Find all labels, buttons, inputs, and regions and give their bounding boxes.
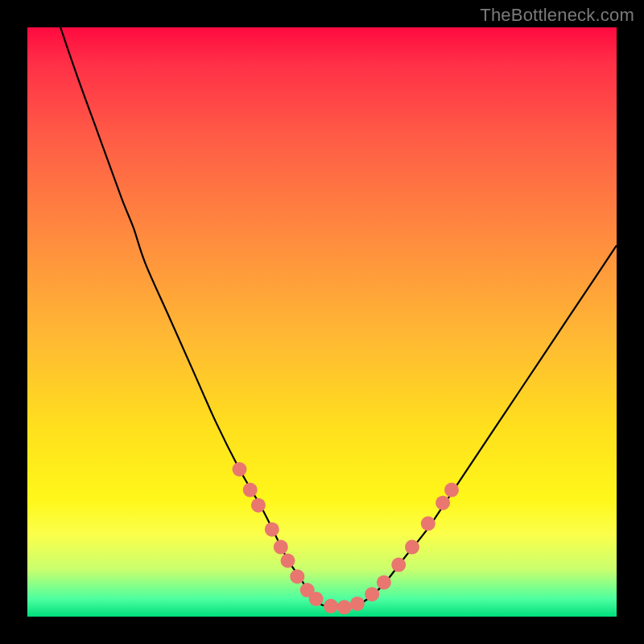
- marker-dot: [365, 587, 379, 601]
- marker-dot: [281, 554, 295, 568]
- marker-dot: [405, 540, 419, 555]
- marker-dot: [377, 576, 391, 590]
- marker-dot: [444, 483, 459, 497]
- marker-dot: [290, 569, 304, 584]
- marker-dot: [421, 516, 436, 530]
- marker-dot: [265, 522, 279, 537]
- plot-area: [27, 27, 617, 617]
- chart-frame: TheBottleneck.com: [0, 0, 644, 644]
- watermark-text: TheBottleneck.com: [480, 5, 634, 26]
- marker-dot: [324, 599, 338, 613]
- marker-dot: [436, 496, 450, 510]
- chart-svg: [27, 27, 617, 617]
- marker-dot: [350, 597, 365, 611]
- marker-dot: [243, 483, 258, 497]
- marker-dot: [251, 498, 266, 513]
- marker-dot: [233, 462, 247, 477]
- marker-dot: [337, 600, 352, 614]
- marker-group: [233, 462, 460, 614]
- marker-dot: [274, 540, 288, 555]
- bottleneck-curve-path: [27, 27, 617, 606]
- marker-dot: [391, 558, 406, 572]
- marker-dot: [309, 592, 324, 606]
